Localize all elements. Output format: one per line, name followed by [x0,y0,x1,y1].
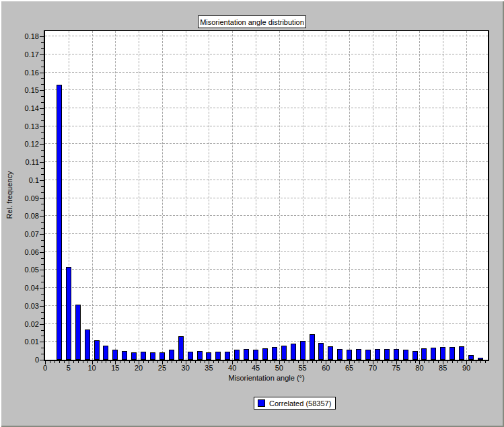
bar [328,346,333,360]
y-major-tick [40,324,44,325]
x-tick-label: 90 [456,364,476,372]
gridline-horizontal [45,198,488,198]
y-major-tick [40,306,44,307]
y-minor-tick [41,348,44,348]
gridline-vertical [139,31,139,360]
bar [206,352,211,360]
bar [66,267,71,360]
gridline-vertical [326,31,326,360]
x-minor-tick [55,361,55,363]
x-minor-tick [242,361,242,363]
y-tick-label: 0 [11,356,39,364]
bar [478,358,483,360]
x-minor-tick [59,361,60,363]
y-minor-tick [41,168,44,169]
x-tick-label: 70 [363,364,383,372]
x-minor-tick [102,361,102,363]
y-major-tick [40,234,44,235]
x-minor-tick [260,361,261,363]
gridline-vertical [256,31,256,360]
bar [440,347,445,360]
x-minor-tick [246,361,247,363]
bar [347,350,352,360]
y-tick-label: 0.1 [11,176,39,184]
y-minor-tick [41,78,44,79]
x-minor-tick [157,361,158,363]
y-minor-tick [41,114,44,115]
y-tick-label: 0.17 [11,50,39,59]
x-minor-tick [148,361,149,363]
bar [337,349,343,360]
gridline-horizontal [45,287,488,288]
bar [431,348,436,360]
x-minor-tick [284,361,285,363]
x-minor-tick [424,361,425,363]
gridline-horizontal [45,215,488,216]
x-minor-tick [195,361,196,363]
x-tick-label: 25 [152,364,172,372]
y-minor-tick [41,276,44,276]
gridline-horizontal [45,269,488,270]
x-minor-tick [298,361,299,363]
bar [131,352,137,360]
x-minor-tick [293,361,294,363]
y-minor-tick [41,150,44,151]
gridline-vertical [466,31,467,360]
x-minor-tick [190,361,191,363]
plot-area [44,30,489,361]
y-minor-tick [41,156,44,157]
y-major-tick [40,360,44,360]
y-tick-label: 0.07 [11,230,39,238]
x-tick-label: 80 [409,364,429,372]
x-minor-tick [447,361,448,363]
x-minor-tick [213,361,214,363]
bar [234,350,240,360]
y-minor-tick [41,204,44,204]
x-minor-tick [345,361,345,363]
bar [253,350,258,360]
x-tick-label: 55 [293,364,313,372]
gridline-horizontal [45,54,488,54]
bar [272,347,277,360]
gridline-vertical [303,31,303,360]
x-tick-label: 15 [105,364,125,372]
bar [159,352,165,360]
y-minor-tick [41,84,44,85]
y-minor-tick [41,246,44,247]
y-major-tick [40,144,44,145]
x-tick-label: 10 [82,364,102,372]
y-tick-label: 0.05 [11,266,39,274]
x-minor-tick [143,361,144,363]
x-minor-tick [167,361,168,363]
y-tick-label: 0.01 [11,338,39,346]
gridline-vertical [373,31,373,360]
x-minor-tick [110,361,111,363]
x-minor-tick [321,361,322,363]
y-major-tick [40,36,44,37]
y-tick-label: 0.09 [11,194,39,202]
gridline-vertical [232,31,233,360]
x-minor-tick [78,361,79,363]
gridline-horizontal [45,233,488,234]
gridline-horizontal [45,36,488,36]
chart-title: Misorientation angle distribution [200,18,304,26]
x-minor-tick [223,361,223,363]
gridline-vertical [419,31,420,360]
y-minor-tick [41,258,44,259]
x-minor-tick [363,361,364,363]
bar [356,349,361,360]
y-tick-label: 0.11 [11,158,39,166]
y-minor-tick [41,240,44,241]
bar [403,350,408,360]
x-minor-tick [410,361,411,363]
x-tick-label: 40 [222,364,242,372]
bar [421,348,427,360]
x-minor-tick [275,361,275,363]
y-minor-tick [41,336,44,336]
y-minor-tick [41,186,44,187]
y-minor-tick [41,330,44,331]
x-minor-tick [124,361,125,363]
x-minor-tick [227,361,228,363]
gridline-vertical [349,31,350,360]
x-minor-tick [308,361,308,363]
